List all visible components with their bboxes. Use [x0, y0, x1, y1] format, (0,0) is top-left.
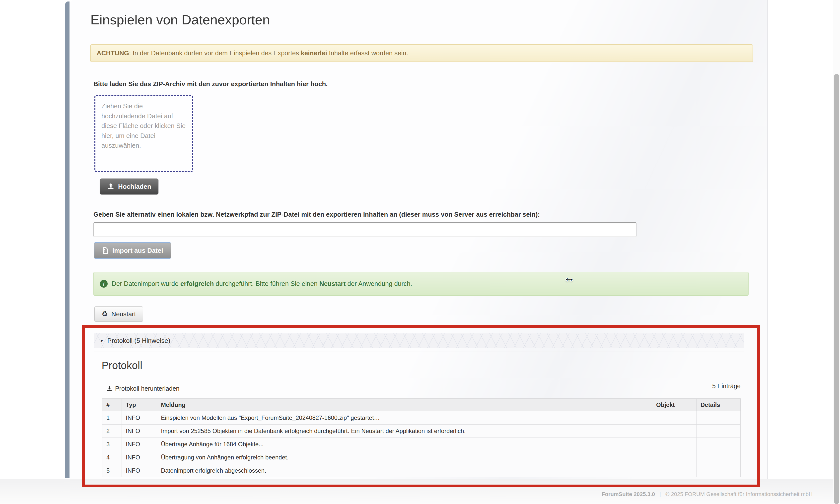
info-icon: i — [100, 280, 108, 288]
cell-num: 5 — [102, 464, 122, 478]
cell-typ: INFO — [122, 438, 157, 451]
cell-typ: INFO — [122, 425, 157, 438]
table-row: 5 INFO Datenimport erfolgreich abgeschlo… — [102, 464, 740, 478]
warning-text-2: Inhalte erfasst worden sein. — [327, 49, 408, 57]
success-text: Der Datenimport wurde — [112, 280, 180, 287]
footer-separator: | — [659, 491, 661, 497]
file-dropzone[interactable]: Ziehen Sie die hochzuladende Datei auf d… — [94, 95, 193, 172]
import-data-exports-page: Einspielen von Datenexporten ACHTUNG: In… — [0, 0, 840, 504]
panel-divider — [94, 352, 744, 352]
cell-meldung: Übertragung von Anhängen erfolgreich bee… — [157, 451, 652, 464]
table-row: 4 INFO Übertragung von Anhängen erfolgre… — [102, 451, 740, 464]
scrollbar-track — [833, 0, 840, 504]
upload-button[interactable]: Hochladen — [100, 179, 158, 195]
warning-bold: keinerlei — [301, 49, 327, 57]
table-header-row: # Typ Meldung Objekt Details — [102, 399, 740, 411]
dropzone-text: Ziehen Sie die hochzuladende Datei auf d… — [101, 102, 185, 149]
col-header-typ: Typ — [122, 399, 157, 411]
recycle-icon: ♻ — [102, 310, 108, 318]
cell-typ: INFO — [122, 464, 157, 478]
cell-meldung: Import von 252585 Objekten in die Datenb… — [157, 425, 652, 438]
entries-count: 5 Einträge — [712, 382, 740, 390]
zip-path-input[interactable] — [93, 222, 637, 237]
protokoll-heading: Protokoll — [102, 360, 142, 372]
success-banner: i Der Datenimport wurde erfolgreich durc… — [93, 272, 749, 296]
success-text-2: durchgeführt. Bitte führen Sie einen — [214, 280, 319, 287]
upload-button-label: Hochladen — [118, 183, 151, 191]
restart-button[interactable]: ♻ Neustart — [94, 306, 143, 322]
footer-text: ForumSuite 2025.3.0 | © 2025 FORUM Gesel… — [602, 491, 812, 498]
cell-objekt — [652, 464, 697, 478]
protokoll-collapse-header[interactable]: ▼ Protokoll (5 Hinweise) — [94, 334, 744, 348]
cell-num: 3 — [102, 438, 122, 451]
cell-objekt — [652, 451, 697, 464]
col-header-meldung: Meldung — [157, 399, 652, 411]
success-bold-neustart: Neustart — [319, 280, 345, 287]
protokoll-collapse-label: Protokoll (5 Hinweise) — [107, 337, 171, 345]
import-from-file-button[interactable]: Import aus Datei — [94, 242, 171, 259]
table-row: 3 INFO Übertrage Anhänge für 1684 Objekt… — [102, 438, 740, 451]
cell-meldung: Datenimport erfolgreich abgeschlossen. — [157, 464, 652, 478]
download-protokoll-link[interactable]: Protokoll herunterladen — [106, 385, 180, 392]
warning-banner: ACHTUNG: In der Datenbank dürfen vor dem… — [90, 44, 753, 62]
warning-prefix: ACHTUNG — [97, 49, 129, 57]
cell-details — [697, 464, 740, 478]
success-text-3: der Anwendung durch. — [345, 280, 412, 287]
cell-num: 2 — [102, 425, 122, 438]
table-row: 1 INFO Einspielen von Modellen aus "Expo… — [102, 411, 740, 425]
upload-instruction: Bitte laden Sie das ZIP-Archiv mit den z… — [93, 80, 328, 88]
cell-details — [697, 438, 740, 451]
sidebar-drag-handle[interactable] — [65, 1, 70, 478]
footer: ForumSuite 2025.3.0 | © 2025 FORUM Gesel… — [0, 479, 840, 504]
success-bold-erfolgreich: erfolgreich — [180, 280, 214, 287]
zip-file-icon — [102, 247, 109, 254]
cell-num: 1 — [102, 411, 122, 425]
table-row: 2 INFO Import von 252585 Objekten in die… — [102, 425, 740, 438]
path-label: Geben Sie alternativ einen lokalen bzw. … — [93, 211, 540, 218]
scrollbar-thumb[interactable] — [834, 74, 839, 504]
download-protokoll-label: Protokoll herunterladen — [115, 385, 180, 392]
cell-details — [697, 451, 740, 464]
cell-num: 4 — [102, 451, 122, 464]
import-from-file-label: Import aus Datei — [112, 247, 163, 254]
protokoll-table: # Typ Meldung Objekt Details 1 INFO Eins… — [102, 398, 740, 478]
cell-objekt — [652, 425, 697, 438]
cell-objekt — [652, 411, 697, 425]
upload-icon — [107, 183, 114, 190]
cell-typ: INFO — [122, 451, 157, 464]
download-icon — [106, 385, 112, 392]
warning-text: : In der Datenbank dürfen vor dem Einspi… — [129, 49, 301, 57]
col-header-objekt: Objekt — [652, 399, 697, 411]
page-title: Einspielen von Datenexporten — [90, 12, 270, 28]
cell-details — [697, 425, 740, 438]
cell-meldung: Übertrage Anhänge für 1684 Objekte... — [157, 438, 652, 451]
footer-copyright: © 2025 FORUM Gesellschaft für Informatio… — [665, 491, 812, 497]
col-header-details: Details — [697, 399, 740, 411]
cell-typ: INFO — [122, 411, 157, 425]
col-header-num: # — [102, 399, 122, 411]
cell-meldung: Einspielen von Modellen aus "Export_Foru… — [157, 411, 652, 425]
restart-button-label: Neustart — [111, 310, 136, 318]
cell-details — [697, 411, 740, 425]
cell-objekt — [652, 438, 697, 451]
footer-product-version: ForumSuite 2025.3.0 — [602, 491, 655, 497]
caret-down-icon: ▼ — [100, 338, 104, 343]
resize-cursor-icon: ↔ — [564, 271, 575, 284]
